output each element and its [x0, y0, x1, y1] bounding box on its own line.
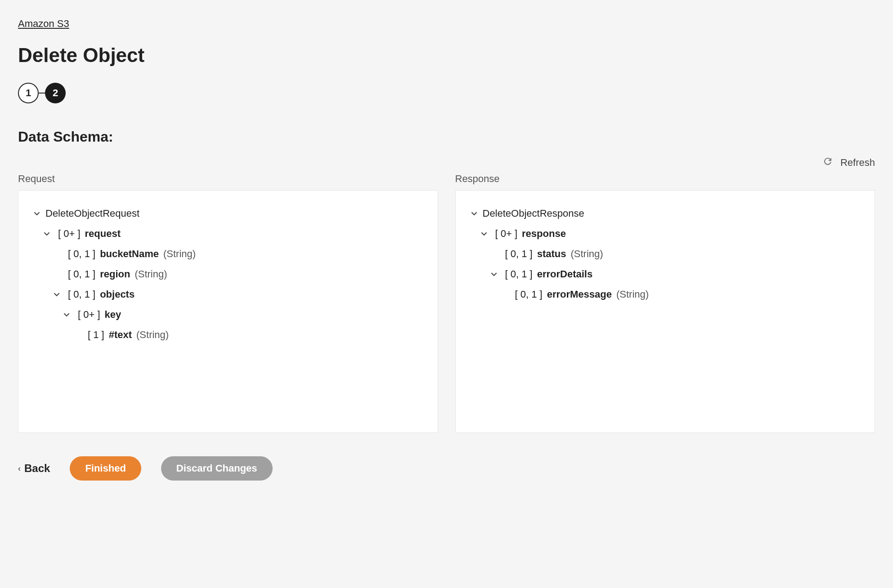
type-note: (String) [570, 246, 603, 261]
tree-node-name: bucketName [100, 246, 159, 261]
page-title: Delete Object [18, 44, 875, 67]
step-connector [39, 93, 45, 94]
tree-row-root[interactable]: DeleteObjectRequest [33, 203, 423, 223]
tree-node-name: #text [109, 327, 132, 342]
cardinality: [ 0, 1 ] [515, 287, 543, 302]
stepper: 1 2 [18, 83, 875, 103]
back-label: Back [24, 462, 50, 475]
finished-button[interactable]: Finished [70, 456, 141, 481]
discard-button[interactable]: Discard Changes [161, 456, 273, 481]
tree-node-name: region [100, 267, 130, 281]
request-label: Request [18, 173, 438, 185]
chevron-down-icon[interactable] [33, 210, 41, 217]
tree-row[interactable]: [ 0, 1 ] errorDetails [470, 264, 861, 284]
footer: ‹ Back Finished Discard Changes [18, 456, 875, 481]
response-panel: DeleteObjectResponse [ 0+ ] response [ 0… [455, 190, 875, 433]
tree-row[interactable]: [ 1 ] #text (String) [33, 325, 423, 345]
chevron-down-icon[interactable] [53, 291, 61, 298]
response-label: Response [455, 173, 875, 185]
request-column: Request DeleteObjectRequest [ 0+ ] reque… [18, 173, 438, 433]
section-title: Data Schema: [18, 129, 875, 145]
tree-row[interactable]: [ 0, 1 ] errorMessage (String) [470, 284, 861, 304]
refresh-button[interactable]: Refresh [822, 156, 875, 169]
tree-row[interactable]: [ 0, 1 ] status (String) [470, 244, 861, 264]
chevron-down-icon[interactable] [480, 231, 488, 237]
tree-node-name: status [537, 246, 566, 261]
tree-node-name: response [522, 226, 566, 241]
chevron-left-icon: ‹ [18, 464, 21, 473]
refresh-icon [822, 156, 833, 169]
type-note: (String) [616, 287, 649, 302]
back-button[interactable]: ‹ Back [18, 462, 50, 475]
step-2[interactable]: 2 [45, 83, 66, 103]
step-1[interactable]: 1 [18, 83, 39, 103]
tree-row[interactable]: [ 0, 1 ] bucketName (String) [33, 244, 423, 264]
tree-node-name: errorDetails [537, 267, 593, 281]
type-note: (String) [136, 327, 169, 342]
request-panel: DeleteObjectRequest [ 0+ ] request [ 0, … [18, 190, 438, 433]
tree-row[interactable]: [ 0, 1 ] region (String) [33, 264, 423, 284]
cardinality: [ 0+ ] [58, 226, 81, 241]
chevron-down-icon[interactable] [63, 312, 71, 318]
cardinality: [ 0+ ] [495, 226, 518, 241]
tree-node-name: DeleteObjectRequest [45, 206, 139, 221]
chevron-down-icon[interactable] [43, 231, 51, 237]
refresh-label: Refresh [840, 157, 875, 169]
tree-row-root[interactable]: DeleteObjectResponse [470, 203, 861, 223]
cardinality: [ 0, 1 ] [505, 246, 533, 261]
type-note: (String) [163, 246, 196, 261]
tree-node-name: key [105, 307, 121, 322]
cardinality: [ 0, 1 ] [68, 246, 95, 261]
tree-node-name: DeleteObjectResponse [483, 206, 584, 221]
tree-node-name: request [85, 226, 121, 241]
cardinality: [ 0, 1 ] [68, 287, 95, 302]
cardinality: [ 0, 1 ] [505, 267, 533, 281]
tree-row[interactable]: [ 0+ ] request [33, 223, 423, 244]
response-column: Response DeleteObjectResponse [ 0+ ] res… [455, 173, 875, 433]
cardinality: [ 0, 1 ] [68, 267, 95, 281]
cardinality: [ 0+ ] [78, 307, 100, 322]
tree-row[interactable]: [ 0, 1 ] objects [33, 284, 423, 304]
tree-node-name: objects [100, 287, 135, 302]
chevron-down-icon[interactable] [470, 210, 478, 217]
tree-row[interactable]: [ 0+ ] response [470, 223, 861, 244]
type-note: (String) [135, 267, 167, 281]
cardinality: [ 1 ] [88, 327, 104, 342]
tree-row[interactable]: [ 0+ ] key [33, 304, 423, 325]
breadcrumb[interactable]: Amazon S3 [18, 18, 69, 29]
chevron-down-icon[interactable] [490, 271, 498, 277]
tree-node-name: errorMessage [547, 287, 612, 302]
